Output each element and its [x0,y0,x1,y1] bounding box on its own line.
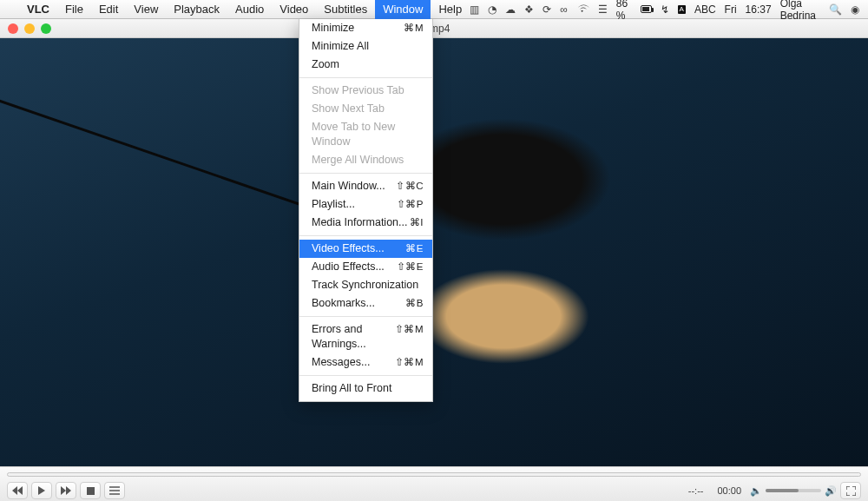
seek-slider[interactable] [7,472,861,477]
menu-item-label: Errors and Warnings... [312,322,395,352]
status-area: ▥ ◔ ☁ ❖ ⟳ ∞ ☰ 86 % ↯ A ABC Fri 16:37 Olg… [470,0,868,22]
video-frame [0,38,868,466]
volume-mute-icon[interactable]: 🔈 [750,485,762,497]
menu-view[interactable]: View [126,0,166,19]
menu-extra-icon[interactable]: ☰ [598,3,608,16]
menu-item-label: Merge All Windows [312,153,404,168]
menu-item-label: Bookmarks... [312,296,375,311]
menu-item-main-window[interactable]: Main Window...⇧⌘C [299,177,432,195]
menu-item-label: Move Tab to New Window [312,120,424,149]
status-icon[interactable]: ▥ [470,3,479,16]
battery-percentage[interactable]: 86 % [616,0,632,22]
zoom-window-button[interactable] [41,23,51,34]
video-window: nt.mp4 [0,19,868,466]
window-titlebar[interactable]: nt.mp4 [0,19,868,38]
menu-item-move-tab-to-new-window: Move Tab to New Window [299,118,432,151]
volume-max-icon[interactable]: 🔊 [825,485,837,497]
menu-item-shortcut: ⇧⌘M [395,355,424,370]
menu-item-shortcut: ⌘M [404,21,424,36]
menu-separator [299,375,432,376]
battery-icon[interactable] [641,5,652,13]
menu-item-label: Show Previous Tab [312,83,404,98]
infinity-icon[interactable]: ∞ [560,3,568,16]
keyboard-indicator[interactable]: A [678,5,686,14]
skip-back-button[interactable] [7,482,28,499]
menu-item-label: Minimize [312,21,354,36]
siri-icon[interactable]: ◉ [851,3,859,16]
menu-item-shortcut: ⇧⌘E [397,260,424,274]
clock-day[interactable]: Fri [725,3,737,16]
menu-item-zoom[interactable]: Zoom [299,56,432,74]
menu-separator [299,316,432,317]
menu-playback[interactable]: Playback [166,0,227,19]
menu-item-label: Minimize All [312,39,369,54]
app-menu[interactable]: VLC [19,3,57,16]
menu-file[interactable]: File [57,0,91,19]
menu-item-shortcut: ⌘E [405,241,424,256]
stop-button[interactable] [80,482,101,499]
menu-item-media-information[interactable]: Media Information...⌘I [299,214,432,232]
play-button[interactable] [31,482,52,499]
sync-icon[interactable]: ⟳ [542,3,551,16]
menu-item-minimize-all[interactable]: Minimize All [299,37,432,56]
spotlight-icon[interactable]: 🔍 [829,3,842,16]
menu-item-label: Zoom [312,57,339,72]
skip-forward-button[interactable] [56,482,76,499]
menu-item-label: Bring All to Front [312,381,391,396]
menu-item-label: Video Effects... [312,241,385,256]
menu-item-label: Playlist... [312,197,355,212]
menu-item-shortcut: ⌘B [405,296,424,311]
menu-item-playlist[interactable]: Playlist...⇧⌘P [299,195,432,214]
window-menu-dropdown: Minimize⌘MMinimize AllZoomShow Previous … [299,19,433,402]
menu-item-messages[interactable]: Messages...⇧⌘M [299,353,432,372]
menu-item-label: Track Synchronization [312,278,418,293]
menu-item-shortcut: ⌘I [410,215,424,230]
fullscreen-button[interactable] [840,482,861,499]
playlist-button[interactable] [104,482,125,499]
volume-slider[interactable] [766,489,821,492]
menu-item-label: Show Next Tab [312,102,385,116]
menu-subtitles[interactable]: Subtitles [316,0,375,19]
menu-audio[interactable]: Audio [227,0,272,19]
menu-item-show-previous-tab: Show Previous Tab [299,82,432,100]
svg-rect-0 [87,487,95,495]
menu-item-merge-all-windows: Merge All Windows [299,151,432,169]
time-elapsed: --:-- [683,485,709,496]
dropbox-icon[interactable]: ❖ [524,3,534,16]
menu-item-show-next-tab: Show Next Tab [299,100,432,118]
menu-video[interactable]: Video [272,0,316,19]
input-source[interactable]: ABC [694,3,716,16]
battery-charging-icon: ↯ [661,3,669,16]
video-viewport[interactable] [0,38,868,466]
menu-item-bookmarks[interactable]: Bookmarks...⌘B [299,294,432,313]
menu-separator [299,77,432,78]
menu-item-track-synchronization[interactable]: Track Synchronization [299,276,432,294]
status-icon[interactable]: ◔ [488,3,496,16]
menu-item-shortcut: ⇧⌘P [397,197,424,212]
user-name[interactable]: Olga Bedrina [780,0,821,22]
menu-item-shortcut: ⇧⌘C [396,179,424,194]
menu-item-label: Audio Effects... [312,260,385,274]
menubar: VLC FileEditViewPlaybackAudioVideoSubtit… [0,0,868,19]
menu-item-shortcut: ⇧⌘M [395,322,424,352]
menu-item-minimize[interactable]: Minimize⌘M [299,19,432,37]
menu-item-audio-effects[interactable]: Audio Effects...⇧⌘E [299,258,432,276]
menu-help[interactable]: Help [431,0,470,19]
menu-window[interactable]: Window [375,0,431,19]
menu-item-errors-and-warnings[interactable]: Errors and Warnings...⇧⌘M [299,320,432,353]
menu-edit[interactable]: Edit [91,0,126,19]
time-total: 00:00 [712,485,746,496]
player-controls: --:-- 00:00 🔈 🔊 [0,466,868,501]
wifi-icon[interactable] [576,4,589,14]
close-window-button[interactable] [8,23,18,34]
menu-item-label: Messages... [312,355,370,370]
menu-item-bring-all-to-front[interactable]: Bring All to Front [299,379,432,398]
menu-separator [299,173,432,174]
menu-item-label: Main Window... [312,179,385,194]
minimize-window-button[interactable] [24,23,35,34]
menu-item-label: Media Information... [312,215,407,230]
clock-time[interactable]: 16:37 [746,3,772,16]
cloud-icon[interactable]: ☁ [505,3,516,16]
menu-separator [299,235,432,236]
menu-item-video-effects[interactable]: Video Effects...⌘E [299,240,432,258]
